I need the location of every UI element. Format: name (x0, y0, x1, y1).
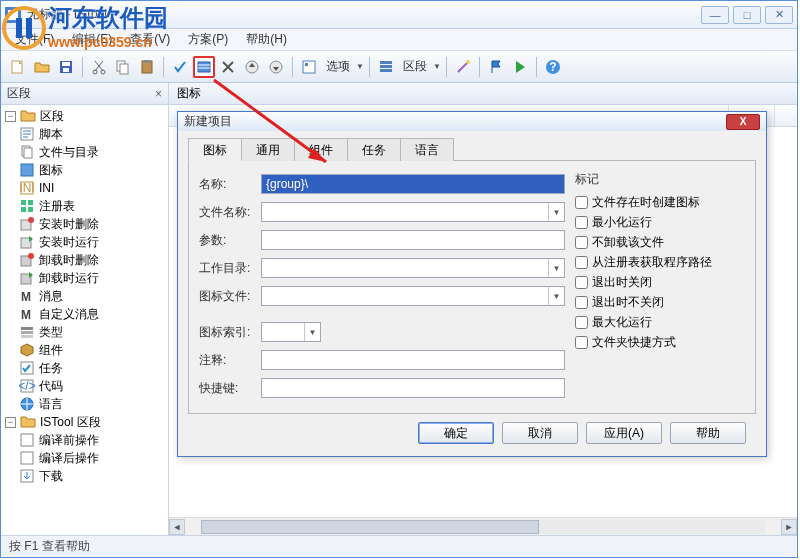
paste-icon[interactable] (136, 56, 158, 78)
apply-button[interactable]: 应用(A) (586, 422, 662, 444)
dropdown-icon[interactable]: ▼ (548, 287, 564, 305)
scroll-right-icon[interactable]: ► (781, 519, 797, 535)
flag-checkbox[interactable]: 退出时不关闭 (575, 292, 745, 312)
menu-scheme[interactable]: 方案(P) (180, 29, 236, 50)
cancel-button[interactable]: 取消 (502, 422, 578, 444)
flag-checkbox[interactable]: 最大化运行 (575, 312, 745, 332)
collapse-icon[interactable]: − (5, 417, 16, 428)
hotkey-input[interactable] (261, 378, 565, 398)
checkbox[interactable] (575, 236, 588, 249)
tree-root-istool[interactable]: −ISTool 区段 (1, 413, 168, 431)
checkbox[interactable] (575, 316, 588, 329)
tree-item[interactable]: 编译前操作 (1, 431, 168, 449)
highlighted-tool-icon[interactable] (193, 56, 215, 78)
menu-file[interactable]: 文件(F) (7, 29, 62, 50)
options-label[interactable]: 选项 (322, 58, 354, 75)
iconfile-combo[interactable]: ▼ (261, 286, 565, 306)
menu-view[interactable]: 查看(V) (122, 29, 178, 50)
tab-languages[interactable]: 语言 (400, 138, 454, 161)
tree-item[interactable]: 语言 (1, 395, 168, 413)
tab-tasks[interactable]: 任务 (347, 138, 401, 161)
flag-checkbox[interactable]: 不卸载该文件 (575, 232, 745, 252)
flag-icon[interactable] (485, 56, 507, 78)
tree-item[interactable]: 编译后操作 (1, 449, 168, 467)
dropdown-icon[interactable]: ▼ (304, 323, 320, 341)
flag-checkbox[interactable]: 文件存在时创建图标 (575, 192, 745, 212)
tree-item[interactable]: 卸载时删除 (1, 251, 168, 269)
up-icon[interactable] (241, 56, 263, 78)
tree-item[interactable]: 下载 (1, 467, 168, 485)
dropdown-icon[interactable]: ▼ (548, 259, 564, 277)
options-icon[interactable] (298, 56, 320, 78)
cut-icon[interactable] (88, 56, 110, 78)
menu-edit[interactable]: 编辑(E) (64, 29, 120, 50)
tree-item[interactable]: INIINI (1, 179, 168, 197)
help-icon[interactable]: ? (542, 56, 564, 78)
flag-checkbox[interactable]: 最小化运行 (575, 212, 745, 232)
tree-item[interactable]: 图标 (1, 161, 168, 179)
horizontal-scrollbar[interactable]: ◄ ► (169, 517, 797, 535)
iconindex-combo[interactable]: ▼ (261, 322, 321, 342)
tree-root[interactable]: −区段 (1, 107, 168, 125)
checkbox[interactable] (575, 216, 588, 229)
dialog-close-button[interactable]: X (726, 114, 760, 130)
separator (292, 57, 293, 77)
sections-label[interactable]: 区段 (399, 58, 431, 75)
save-icon[interactable] (55, 56, 77, 78)
ini-icon: INI (19, 180, 35, 196)
delete-icon[interactable] (217, 56, 239, 78)
minimize-button[interactable]: — (701, 6, 729, 24)
menu-help[interactable]: 帮助(H) (238, 29, 295, 50)
tree-item[interactable]: 文件与目录 (1, 143, 168, 161)
maximize-button[interactable]: □ (733, 6, 761, 24)
scroll-left-icon[interactable]: ◄ (169, 519, 185, 535)
new-icon[interactable] (7, 56, 29, 78)
open-icon[interactable] (31, 56, 53, 78)
tree-item[interactable]: 任务 (1, 359, 168, 377)
sections-icon[interactable] (375, 56, 397, 78)
params-input[interactable] (261, 230, 565, 250)
wand-icon[interactable] (452, 56, 474, 78)
tree-item[interactable]: 安装时删除 (1, 215, 168, 233)
copy-icon[interactable] (112, 56, 134, 78)
checkbox[interactable] (575, 256, 588, 269)
tree-item[interactable]: M自定义消息 (1, 305, 168, 323)
checkbox[interactable] (575, 276, 588, 289)
svg-rect-33 (21, 207, 26, 212)
sidebar-close-icon[interactable]: × (155, 87, 162, 101)
scroll-thumb[interactable] (201, 520, 539, 534)
workdir-combo[interactable]: ▼ (261, 258, 565, 278)
dropdown-icon[interactable]: ▼ (548, 203, 564, 221)
tree[interactable]: −区段 脚本 文件与目录 图标 INIINI 注册表 安装时删除 安装时运行 卸… (1, 105, 168, 535)
tree-item[interactable]: M消息 (1, 287, 168, 305)
checkbox[interactable] (575, 196, 588, 209)
tab-icon[interactable]: 图标 (188, 138, 242, 161)
help-button[interactable]: 帮助 (670, 422, 746, 444)
down-icon[interactable] (265, 56, 287, 78)
filename-combo[interactable]: ▼ (261, 202, 565, 222)
checkbox[interactable] (575, 336, 588, 349)
flag-checkbox[interactable]: 退出时关闭 (575, 272, 745, 292)
tab-general[interactable]: 通用 (241, 138, 295, 161)
comment-input[interactable] (261, 350, 565, 370)
name-input[interactable]: {group}\ (261, 174, 565, 194)
tree-item[interactable]: 组件 (1, 341, 168, 359)
tree-item[interactable]: 卸载时运行 (1, 269, 168, 287)
collapse-icon[interactable]: − (5, 111, 16, 122)
tree-item[interactable]: 类型 (1, 323, 168, 341)
tree-item[interactable]: 注册表 (1, 197, 168, 215)
checkbox[interactable] (575, 296, 588, 309)
check-icon[interactable] (169, 56, 191, 78)
tree-item[interactable]: </>代码 (1, 377, 168, 395)
dialog-tabs: 图标 通用 组件 任务 语言 (188, 137, 756, 161)
play-icon[interactable] (509, 56, 531, 78)
flag-checkbox[interactable]: 文件夹快捷方式 (575, 332, 745, 352)
ok-button[interactable]: 确定 (418, 422, 494, 444)
tree-item[interactable]: 脚本 (1, 125, 168, 143)
scroll-track[interactable] (201, 520, 765, 534)
flag-checkbox[interactable]: 从注册表获取程序路径 (575, 252, 745, 272)
close-button[interactable]: ✕ (765, 6, 793, 24)
tab-components[interactable]: 组件 (294, 138, 348, 161)
tree-item[interactable]: 安装时运行 (1, 233, 168, 251)
folder-open-icon (20, 108, 36, 124)
